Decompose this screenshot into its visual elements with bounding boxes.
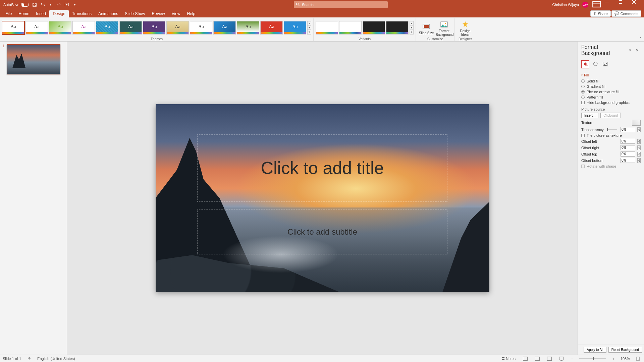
autosave-toggle[interactable]: AutoSave bbox=[3, 3, 29, 7]
start-from-beginning-icon[interactable] bbox=[64, 2, 69, 7]
theme-thumbnail[interactable]: Aa bbox=[166, 21, 189, 35]
ribbon-tabs: FileHomeInsertDesignTransitionsAnimation… bbox=[0, 9, 644, 17]
theme-thumbnail[interactable]: Aa bbox=[143, 21, 165, 35]
tab-view[interactable]: View bbox=[168, 10, 184, 17]
theme-thumbnail[interactable]: Aa bbox=[49, 21, 71, 35]
tab-review[interactable]: Review bbox=[148, 10, 168, 17]
design-ideas-button[interactable]: Design Ideas bbox=[457, 19, 474, 37]
svg-rect-3 bbox=[593, 2, 600, 7]
theme-thumbnail[interactable]: Aa bbox=[72, 21, 95, 35]
format-background-icon bbox=[440, 20, 448, 28]
theme-thumbnail[interactable]: Aa bbox=[284, 21, 306, 35]
user-avatar[interactable]: CW bbox=[582, 2, 588, 8]
design-ideas-icon bbox=[461, 20, 469, 28]
search-icon bbox=[296, 2, 300, 7]
theme-thumbnail[interactable]: Aa bbox=[260, 21, 283, 35]
ribbon: AaAaAaAaAaAaAaAaAaAaAaAaAa▴▾▾ Themes ▴▾▾… bbox=[0, 17, 644, 42]
toggle-off-icon bbox=[21, 3, 29, 7]
comments-button[interactable]: 💬Comments bbox=[611, 10, 641, 17]
theme-thumbnail[interactable]: Aa bbox=[119, 21, 142, 35]
format-background-button[interactable]: Format Background bbox=[436, 19, 452, 37]
slide-size-button[interactable]: Slide Size bbox=[418, 21, 435, 35]
undo-icon[interactable] bbox=[40, 2, 45, 7]
search-input[interactable] bbox=[302, 3, 386, 7]
slide-size-icon bbox=[422, 22, 430, 31]
variants-group-label: Variants bbox=[359, 37, 371, 41]
comment-icon: 💬 bbox=[614, 11, 619, 16]
collapse-ribbon-icon[interactable]: ˄ bbox=[640, 37, 641, 41]
variant-thumbnail[interactable] bbox=[386, 21, 409, 35]
ribbon-display-options-icon[interactable] bbox=[592, 0, 602, 9]
minimize-button[interactable] bbox=[605, 0, 615, 9]
theme-thumbnail[interactable]: Aa bbox=[25, 21, 48, 35]
svg-line-2 bbox=[298, 5, 300, 6]
tab-insert[interactable]: Insert bbox=[33, 10, 49, 17]
autosave-label: AutoSave bbox=[3, 3, 19, 7]
tab-animations[interactable]: Animations bbox=[95, 10, 121, 17]
theme-thumbnail[interactable]: Aa bbox=[190, 21, 212, 35]
share-button[interactable]: ⇪Share bbox=[590, 10, 610, 17]
customize-group-label: Customize bbox=[427, 37, 443, 41]
tab-help[interactable]: Help bbox=[184, 10, 199, 17]
tab-transitions[interactable]: Transitions bbox=[69, 10, 95, 17]
maximize-button[interactable] bbox=[619, 0, 629, 9]
theme-thumbnail[interactable]: Aa bbox=[237, 21, 259, 35]
svg-rect-6 bbox=[619, 1, 622, 4]
user-name[interactable]: Christian Wijaya bbox=[552, 3, 579, 7]
designer-group-label: Designer bbox=[459, 37, 472, 41]
themes-more-button[interactable]: ▴▾▾ bbox=[307, 21, 311, 35]
variant-thumbnail[interactable] bbox=[316, 21, 338, 35]
svg-point-1 bbox=[297, 3, 299, 5]
close-button[interactable] bbox=[632, 0, 642, 9]
qat-customize-icon[interactable]: ▾ bbox=[72, 2, 77, 7]
theme-thumbnail[interactable]: Aa bbox=[2, 21, 24, 35]
save-icon[interactable] bbox=[32, 2, 37, 7]
undo-dropdown-icon[interactable]: ▾ bbox=[48, 2, 53, 7]
tab-file[interactable]: File bbox=[2, 10, 15, 17]
variant-thumbnail[interactable] bbox=[339, 21, 362, 35]
variant-thumbnail[interactable] bbox=[363, 21, 385, 35]
redo-icon[interactable] bbox=[56, 2, 61, 7]
tab-design[interactable]: Design bbox=[49, 10, 68, 17]
theme-thumbnail[interactable]: Aa bbox=[213, 21, 236, 35]
title-bar: AutoSave ▾ ▾ Presentation1 - PowerPoint … bbox=[0, 0, 644, 9]
themes-group-label: Themes bbox=[151, 37, 163, 41]
variants-more-button[interactable]: ▴▾▾ bbox=[410, 21, 414, 35]
tab-slide-show[interactable]: Slide Show bbox=[121, 10, 148, 17]
search-box[interactable] bbox=[294, 1, 388, 8]
theme-thumbnail[interactable]: Aa bbox=[96, 21, 118, 35]
share-icon: ⇪ bbox=[593, 11, 596, 16]
svg-rect-10 bbox=[424, 25, 429, 28]
svg-point-12 bbox=[445, 23, 446, 24]
tab-home[interactable]: Home bbox=[15, 10, 33, 17]
